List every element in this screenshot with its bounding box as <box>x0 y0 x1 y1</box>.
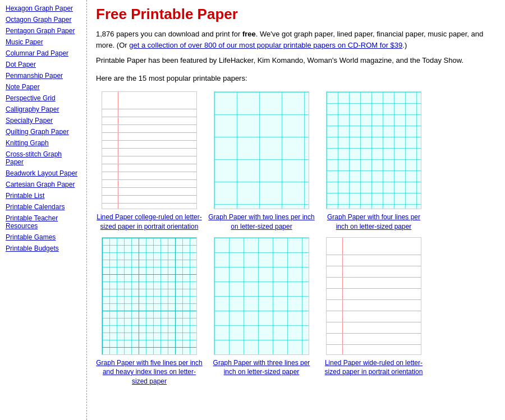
intro-end: .) <box>402 41 407 49</box>
sidebar-link-cartesian-graph-paper[interactable]: Cartesian Graph Paper <box>6 181 81 188</box>
intro-text-start: 1,876 papers you can download and print … <box>96 30 242 38</box>
sidebar-link-specialty-paper[interactable]: Specialty Paper <box>6 117 81 124</box>
sidebar-link-knitting-graph[interactable]: Knitting Graph <box>6 139 81 147</box>
popular-heading: Here are the 15 most popular printable p… <box>96 73 496 84</box>
sidebar-link-cross-stitch-graph-paper[interactable]: Cross-stitch Graph Paper <box>6 150 81 166</box>
paper-item-1: Graph Paper with two lines per inch on l… <box>208 91 315 232</box>
sidebar-link-quilting-graph-paper[interactable]: Quilting Graph Paper <box>6 128 81 136</box>
sidebar-link-printable-budgets[interactable]: Printable Budgets <box>6 244 81 252</box>
sidebar-link-printable-calendars[interactable]: Printable Calendars <box>6 203 81 211</box>
paper-thumb-0[interactable] <box>102 91 197 209</box>
sidebar-link-pentagon-graph-paper[interactable]: Pentagon Graph Paper <box>6 27 81 35</box>
sidebar-link-printable-teacher-resources[interactable]: Printable Teacher Resources <box>6 214 81 230</box>
cdrom-link[interactable]: get a collection of over 800 of our most… <box>129 41 402 49</box>
sidebar-link-music-paper[interactable]: Music Paper <box>6 38 81 46</box>
paper-item-5: Lined Paper wide-ruled on letter-sized p… <box>320 237 427 386</box>
sidebar: Hexagon Graph PaperOctagon Graph PaperPe… <box>0 0 87 420</box>
paper-label-3[interactable]: Graph Paper with five lines per inch and… <box>96 358 203 386</box>
paper-thumb-3[interactable] <box>102 237 197 355</box>
sidebar-link-printable-list[interactable]: Printable List <box>6 192 81 200</box>
sidebar-link-penmanship-paper[interactable]: Penmanship Paper <box>6 72 81 80</box>
sidebar-link-hexagon-graph-paper[interactable]: Hexagon Graph Paper <box>6 4 81 12</box>
paper-label-1[interactable]: Graph Paper with two lines per inch on l… <box>208 213 315 232</box>
paper-label-4[interactable]: Graph Paper with three lines per inch on… <box>208 358 315 377</box>
sidebar-link-calligraphy-paper[interactable]: Calligraphy Paper <box>6 105 81 113</box>
main-content: Free Printable Paper 1,876 papers you ca… <box>87 0 505 420</box>
paper-item-2: Graph Paper with four lines per inch on … <box>320 91 427 232</box>
intro-paragraph: 1,876 papers you can download and print … <box>96 29 496 50</box>
sidebar-link-columnar-pad-paper[interactable]: Columnar Pad Paper <box>6 49 81 57</box>
paper-label-0[interactable]: Lined Paper college-ruled on letter-size… <box>96 213 203 232</box>
paper-grid: Lined Paper college-ruled on letter-size… <box>96 91 496 386</box>
paper-thumb-4[interactable] <box>214 237 309 355</box>
paper-item-4: Graph Paper with three lines per inch on… <box>208 237 315 386</box>
paper-item-0: Lined Paper college-ruled on letter-size… <box>96 91 203 232</box>
paper-thumb-2[interactable] <box>326 91 421 209</box>
sidebar-link-beadwork-layout-paper[interactable]: Beadwork Layout Paper <box>6 169 81 177</box>
sidebar-link-printable-games[interactable]: Printable Games <box>6 233 81 241</box>
paper-thumb-5[interactable] <box>326 237 421 355</box>
sidebar-link-octagon-graph-paper[interactable]: Octagon Graph Paper <box>6 16 81 24</box>
paper-label-5[interactable]: Lined Paper wide-ruled on letter-sized p… <box>320 358 427 377</box>
sidebar-link-dot-paper[interactable]: Dot Paper <box>6 61 81 68</box>
paper-item-3: Graph Paper with five lines per inch and… <box>96 237 203 386</box>
sidebar-link-perspective-grid[interactable]: Perspective Grid <box>6 94 81 102</box>
intro-bold: free <box>242 30 256 38</box>
paper-thumb-1[interactable] <box>214 91 309 209</box>
paper-label-2[interactable]: Graph Paper with four lines per inch on … <box>320 213 427 232</box>
sidebar-link-note-paper[interactable]: Note Paper <box>6 83 81 91</box>
page-title: Free Printable Paper <box>96 6 496 23</box>
featured-text: Printable Paper has been featured by Lif… <box>96 55 496 66</box>
